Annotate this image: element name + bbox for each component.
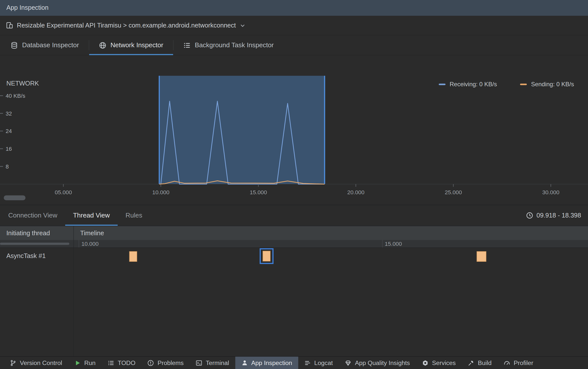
toolwindow-logcat[interactable]: Logcat	[298, 357, 339, 369]
toolwindow-label: TODO	[118, 359, 135, 366]
tab-background-task-inspector[interactable]: Background Task Inspector	[173, 35, 284, 55]
timeline-tick-label: 15.000	[385, 240, 402, 247]
tab-label: Thread View	[73, 212, 110, 220]
problems-icon	[147, 360, 154, 366]
table-header: Initiating thread Timeline	[0, 226, 588, 240]
chart-scrollbar[interactable]	[4, 196, 25, 200]
network-usage-chart[interactable]: 05.00010.00015.00020.00025.00030.00040 K…	[0, 76, 588, 201]
chart-legend: Receiving: 0 KB/s Sending: 0 KB/s	[439, 81, 574, 88]
thread-column-scrollbar[interactable]	[0, 243, 69, 245]
view-tabs-row: Connection View Thread View Rules 09.918…	[0, 205, 588, 226]
svg-text:30.000: 30.000	[542, 189, 560, 196]
legend-sending: Sending: 0 KB/s	[520, 81, 574, 88]
chart-title: NETWORK	[6, 80, 39, 88]
toolwindow-label: Profiler	[514, 359, 533, 366]
tab-network-inspector[interactable]: Network Inspector	[89, 35, 173, 55]
app-inspection-icon	[241, 360, 248, 366]
network-event-marker[interactable]	[129, 251, 137, 262]
logcat-icon	[304, 360, 311, 366]
svg-text:10.000: 10.000	[152, 189, 170, 196]
tab-thread-view[interactable]: Thread View	[65, 205, 118, 226]
toolwindow-app-quality-insights[interactable]: App Quality Insights	[339, 357, 416, 369]
thread-column-axis-cell	[0, 240, 74, 248]
build-icon	[468, 360, 474, 366]
inspector-tabs: Database Inspector Network Inspector Bac…	[0, 35, 588, 56]
services-icon	[422, 360, 429, 366]
svg-text:8: 8	[6, 164, 9, 170]
sending-color-swatch	[520, 84, 527, 85]
tab-label: Database Inspector	[22, 41, 79, 49]
svg-text:32: 32	[6, 110, 12, 117]
toolwindow-app-inspection[interactable]: App Inspection	[235, 357, 298, 369]
time-range-label: 09.918 - 18.398	[537, 212, 581, 219]
run-icon	[74, 360, 81, 366]
network-event-marker[interactable]	[477, 251, 487, 262]
inspector-toolbar-spacer	[0, 56, 588, 76]
insights-icon	[345, 360, 351, 366]
chevron-down-icon	[240, 22, 246, 29]
toolwindow-build[interactable]: Build	[462, 357, 498, 369]
tool-window-bar: Version Control Run TODO Problems Termin…	[0, 356, 588, 369]
toolwindow-label: Terminal	[206, 359, 229, 366]
svg-text:05.000: 05.000	[55, 189, 72, 196]
toolwindow-profiler[interactable]: Profiler	[498, 357, 539, 369]
network-chart-panel: 05.00010.00015.00020.00025.00030.00040 K…	[0, 76, 588, 205]
android-studio-app-inspection-window: App Inspection Resizable Experimental AP…	[0, 0, 588, 369]
svg-text:24: 24	[6, 128, 12, 134]
git-branch-icon	[10, 360, 16, 366]
selected-network-event-marker[interactable]	[260, 248, 274, 264]
timeline-tick-label: 10.000	[81, 240, 99, 247]
toolwindow-label: Version Control	[20, 359, 62, 366]
svg-text:40 KB/s: 40 KB/s	[6, 93, 25, 99]
device-process-selector[interactable]: Resizable Experimental API Tiramisu > co…	[0, 16, 588, 35]
column-header-timeline: Timeline	[74, 226, 588, 240]
svg-text:25.000: 25.000	[445, 189, 462, 196]
thread-view-table: Initiating thread Timeline 10.00015.000 …	[0, 226, 588, 356]
timeline-gridline	[382, 240, 383, 248]
column-header-initiating-thread: Initiating thread	[0, 226, 74, 240]
clock-icon	[526, 212, 533, 219]
toolwindow-run[interactable]: Run	[68, 357, 102, 369]
tab-label: Connection View	[8, 212, 57, 220]
timeline-axis-row: 10.00015.000	[0, 240, 588, 248]
tab-connection-view[interactable]: Connection View	[0, 205, 65, 226]
svg-text:20.000: 20.000	[347, 189, 364, 196]
legend-sending-label: Sending: 0 KB/s	[531, 81, 574, 88]
toolwindow-services[interactable]: Services	[416, 357, 462, 369]
table-row-thread-name: AsyncTask #1	[0, 248, 74, 356]
toolwindow-label: App Inspection	[251, 359, 292, 366]
terminal-icon	[196, 360, 202, 366]
tab-rules[interactable]: Rules	[118, 205, 150, 226]
toolwindow-label: Run	[84, 359, 95, 366]
toolwindow-label: Logcat	[314, 359, 333, 366]
timeline-axis: 10.00015.000	[74, 240, 588, 248]
device-icon	[6, 22, 13, 29]
tab-label: Network Inspector	[110, 41, 163, 49]
device-process-label: Resizable Experimental API Tiramisu > co…	[17, 22, 236, 29]
toolwindow-label: Services	[432, 359, 456, 366]
todo-icon	[108, 360, 114, 366]
tab-label: Background Task Inspector	[195, 41, 274, 49]
tab-label: Rules	[125, 212, 142, 220]
toolwindow-label: App Quality Insights	[355, 359, 410, 366]
selected-time-range: 09.918 - 18.398	[526, 205, 581, 226]
legend-receiving: Receiving: 0 KB/s	[439, 81, 497, 88]
toolwindow-terminal[interactable]: Terminal	[190, 357, 235, 369]
svg-text:15.000: 15.000	[250, 189, 267, 196]
task-list-icon	[183, 42, 191, 49]
window-title: App Inspection	[6, 4, 49, 12]
legend-receiving-label: Receiving: 0 KB/s	[450, 81, 497, 88]
toolwindow-todo[interactable]: TODO	[102, 357, 142, 369]
toolwindow-label: Build	[478, 359, 492, 366]
timeline-gridline	[79, 240, 79, 248]
toolwindow-label: Problems	[158, 359, 184, 366]
table-body: AsyncTask #1	[0, 248, 588, 356]
toolwindow-problems[interactable]: Problems	[141, 357, 190, 369]
profiler-icon	[504, 360, 510, 366]
receiving-color-swatch	[439, 84, 445, 85]
timeline-track[interactable]	[74, 248, 588, 356]
app-inspection-titlebar: App Inspection	[0, 0, 588, 16]
tab-database-inspector[interactable]: Database Inspector	[1, 35, 89, 55]
globe-icon	[99, 42, 106, 49]
toolwindow-version-control[interactable]: Version Control	[4, 357, 68, 369]
